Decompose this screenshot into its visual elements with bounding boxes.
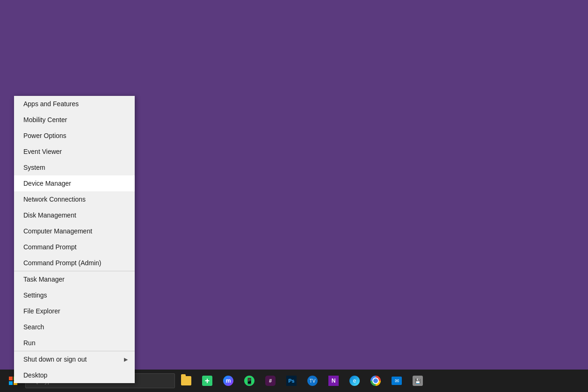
menu-section-section1: Apps and FeaturesMobility CenterPower Op…: [14, 96, 135, 271]
svg-rect-0: [9, 377, 13, 380]
menu-item-command-prompt[interactable]: Command Prompt: [14, 239, 135, 255]
taskbar-app-slack[interactable]: #: [260, 370, 281, 391]
menu-section-section3: Shut down or sign outDesktop: [14, 351, 135, 383]
menu-item-computer-management[interactable]: Computer Management: [14, 223, 135, 239]
menu-item-network-connections[interactable]: Network Connections: [14, 191, 135, 207]
taskbar-app-file-explorer[interactable]: [176, 370, 196, 391]
menu-item-apps-features[interactable]: Apps and Features: [14, 96, 135, 112]
menu-item-device-manager[interactable]: Device Manager: [14, 175, 135, 191]
menu-section-section2: Task ManagerSettingsFile ExplorerSearchR…: [14, 271, 135, 351]
taskbar-app-chrome[interactable]: [365, 370, 386, 391]
taskbar-app-photoshop[interactable]: Ps: [281, 370, 302, 391]
menu-item-shut-down-sign-out[interactable]: Shut down or sign out: [14, 351, 135, 367]
menu-item-mobility-center[interactable]: Mobility Center: [14, 112, 135, 128]
taskbar-app-disk[interactable]: 💾: [407, 370, 428, 391]
taskbar-app-messenger[interactable]: m: [218, 370, 239, 391]
taskbar-app-onenote[interactable]: N: [323, 370, 344, 391]
menu-item-settings[interactable]: Settings: [14, 287, 135, 303]
menu-item-power-options[interactable]: Power Options: [14, 128, 135, 144]
menu-item-task-manager[interactable]: Task Manager: [14, 271, 135, 287]
menu-item-disk-management[interactable]: Disk Management: [14, 207, 135, 223]
taskbar-app-mail[interactable]: ✉: [386, 370, 407, 391]
menu-item-system[interactable]: System: [14, 160, 135, 175]
menu-item-event-viewer[interactable]: Event Viewer: [14, 144, 135, 160]
menu-item-desktop[interactable]: Desktop: [14, 367, 135, 383]
taskbar-app-whatsapp[interactable]: 📱: [239, 370, 260, 391]
context-menu: Apps and FeaturesMobility CenterPower Op…: [14, 96, 135, 383]
taskbar-app-teamviewer[interactable]: TV: [302, 370, 323, 391]
menu-item-command-prompt-admin[interactable]: Command Prompt (Admin): [14, 255, 135, 271]
svg-rect-2: [9, 381, 13, 385]
taskbar-app-green-plus[interactable]: +: [197, 370, 218, 391]
taskbar-app-edge[interactable]: e: [344, 370, 365, 391]
menu-item-search[interactable]: Search: [14, 319, 135, 335]
menu-item-run[interactable]: Run: [14, 335, 135, 351]
menu-item-file-explorer[interactable]: File Explorer: [14, 303, 135, 319]
taskbar-apps: + m 📱 # Ps TV N e ✉ 💾: [176, 370, 586, 391]
